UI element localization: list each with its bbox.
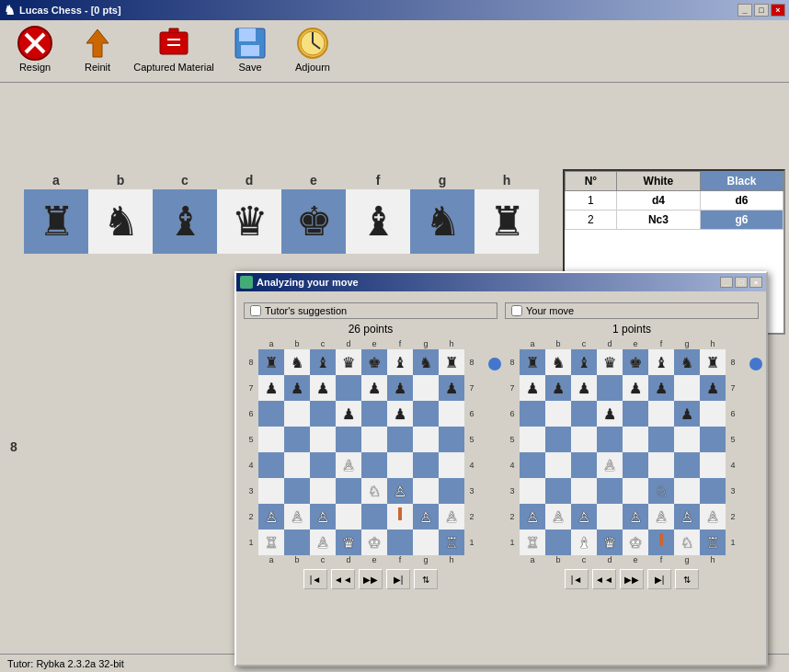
nav-first-2[interactable]: |◄ <box>565 569 589 589</box>
board2-indicator <box>749 358 762 370</box>
adjourn-icon <box>294 25 331 62</box>
cell-c8[interactable]: ♝ <box>153 189 217 254</box>
cell-b8[interactable]: ♞ <box>88 189 153 254</box>
save-label: Save <box>238 62 261 73</box>
nav-first-1[interactable]: |◄ <box>303 569 327 589</box>
cell-d8[interactable]: ♛ <box>217 189 281 254</box>
move-n-2: 2 <box>566 211 617 230</box>
cell-a8[interactable]: ♜ <box>24 189 88 254</box>
col-f-top: f <box>346 173 410 188</box>
resign-button[interactable]: Resign <box>7 25 63 78</box>
move-white-1: d4 <box>616 191 700 211</box>
svg-rect-7 <box>239 28 256 41</box>
captured-material-label: Captured Material <box>133 62 213 73</box>
mini-board-2-wrapper: abc def gh 8 7 6 5 4 <box>505 339 759 565</box>
nav-flip-2[interactable]: ⇅ <box>675 569 699 589</box>
your-move-section-label: Your move <box>505 302 759 319</box>
mini-board-1: abc def gh 8 7 6 5 4 <box>244 339 479 565</box>
move-row-2[interactable]: 2 Nc3 g6 <box>566 211 783 230</box>
rank-8: 8 <box>4 415 24 479</box>
col-h-top: h <box>475 173 539 188</box>
mini-boards-row: Tutor's suggestion 26 points abc def gh <box>244 302 759 589</box>
adjourn-label: Adjourn <box>295 62 330 73</box>
tutor-label-text: Tutor's suggestion <box>265 305 347 316</box>
resign-label: Resign <box>19 62 51 73</box>
mini-board-2: abc def gh 8 7 6 5 4 <box>505 339 740 565</box>
mini-rank-labels-2-right: 8 7 6 5 4 3 2 1 <box>726 349 740 555</box>
mini-board-1-grid-wrapper: 8 7 6 5 4 3 2 1 <box>244 349 479 555</box>
toolbar: Resign Reinit Captured Material <box>0 20 789 83</box>
mini-col-labels-2-bot: abc def gh <box>520 555 740 564</box>
close-btn[interactable]: × <box>771 4 785 17</box>
mini-col-labels-1: abc def gh <box>258 339 479 348</box>
nav-flip-1[interactable]: ⇅ <box>414 569 438 589</box>
col-a-top: a <box>24 173 88 188</box>
captured-material-icon <box>155 25 192 62</box>
col-c-top: c <box>153 173 217 188</box>
reinit-button[interactable]: Reinit <box>70 25 125 78</box>
your-move-checkbox[interactable] <box>511 305 522 316</box>
move-black-2: g6 <box>701 211 783 230</box>
your-move-label-text: Your move <box>526 305 574 316</box>
moves-table: N° White Black 1 d4 d6 2 Nc3 <box>565 171 783 230</box>
tutor-checkbox[interactable] <box>250 305 261 316</box>
mini-rank-labels-2: 8 7 6 5 4 3 2 1 <box>505 349 520 555</box>
mini-grid-2: ♜ ♞ ♝ ♛ ♚ ♝ ♞ ♜ ♟ ♟ <box>520 349 726 555</box>
svg-rect-8 <box>241 45 259 56</box>
maximize-btn[interactable]: □ <box>754 4 769 17</box>
window: ♞ Lucas Chess - [0 pts] _ □ × Resign <box>0 0 789 672</box>
your-move-section: Your move 1 points abc def gh <box>505 302 759 589</box>
cell-e8[interactable]: ♚ <box>281 189 346 254</box>
cell-f8[interactable]: ♝ <box>346 189 410 254</box>
minimize-btn[interactable]: _ <box>738 4 752 17</box>
dialog-title-bar: Analyzing your move _ □ × <box>236 273 766 291</box>
captured-material-button[interactable]: Captured Material <box>132 25 215 78</box>
dialog-maximize-btn[interactable]: □ <box>735 277 748 288</box>
title-bar: ♞ Lucas Chess - [0 pts] _ □ × <box>0 0 789 20</box>
col-e-top: e <box>281 173 346 188</box>
col-g-top: g <box>410 173 475 188</box>
window-title: Lucas Chess - [0 pts] <box>19 5 121 16</box>
mini-rank-labels-1-right: 8 7 6 5 4 3 2 1 <box>464 349 479 555</box>
nav-buttons-1: |◄ ◄◄ ▶▶ ▶| ⇅ <box>244 569 497 589</box>
dialog-close-btn[interactable]: × <box>749 277 762 288</box>
status-text: Tutor: Rybka 2.3.2a 32-bit <box>7 658 124 669</box>
nav-prev-prev-1[interactable]: ◄◄ <box>331 569 355 589</box>
resign-icon <box>17 25 53 62</box>
analyzing-dialog: Analyzing your move _ □ × Tutor's sugges… <box>234 271 768 666</box>
move-n-1: 1 <box>566 191 617 211</box>
move-black-1: d6 <box>701 191 783 211</box>
adjourn-button[interactable]: Adjourn <box>285 25 340 78</box>
dialog-content: Tutor's suggestion 26 points abc def gh <box>236 291 766 597</box>
dialog-controls: _ □ × <box>720 277 762 288</box>
move-white-2: Nc3 <box>616 211 700 230</box>
reinit-label: Reinit <box>85 62 110 73</box>
reinit-icon <box>79 25 116 62</box>
nav-prev-prev-2[interactable]: ◄◄ <box>592 569 616 589</box>
nav-next-1[interactable]: ▶▶ <box>359 569 383 589</box>
cell-h8[interactable]: ♜ <box>475 189 539 254</box>
mini-col-labels-2: abc def gh <box>520 339 740 348</box>
nav-next-2[interactable]: ▶▶ <box>620 569 644 589</box>
window-controls: _ □ × <box>738 4 785 17</box>
mini-board-1-wrapper: abc def gh 8 7 6 5 4 <box>244 339 497 565</box>
tutor-section-label: Tutor's suggestion <box>244 302 497 319</box>
mini-grid-1: ♜ ♞ ♝ ♛ ♚ ♝ ♞ ♜ ♟ ♟ <box>258 349 464 555</box>
col-d-top: d <box>217 173 281 188</box>
mini-rank-labels-1: 8 7 6 5 4 3 2 1 <box>244 349 258 555</box>
dialog-icon <box>240 276 253 289</box>
save-icon <box>232 25 269 62</box>
move-row-1[interactable]: 1 d4 d6 <box>566 191 783 211</box>
mini-col-labels-1-bot: abc def gh <box>258 555 479 564</box>
col-labels-top: a b c d e f g h <box>24 173 559 188</box>
nav-last-1[interactable]: ▶| <box>386 569 410 589</box>
save-button[interactable]: Save <box>223 25 278 78</box>
tutor-points: 26 points <box>244 323 497 336</box>
col-header-n: N° <box>566 172 617 191</box>
tutors-suggestion-section: Tutor's suggestion 26 points abc def gh <box>244 302 497 589</box>
nav-last-2[interactable]: ▶| <box>647 569 671 589</box>
dialog-minimize-btn[interactable]: _ <box>720 277 733 288</box>
col-header-black: Black <box>701 172 783 191</box>
cell-g8[interactable]: ♞ <box>410 189 475 254</box>
dialog-title: Analyzing your move <box>257 277 359 288</box>
